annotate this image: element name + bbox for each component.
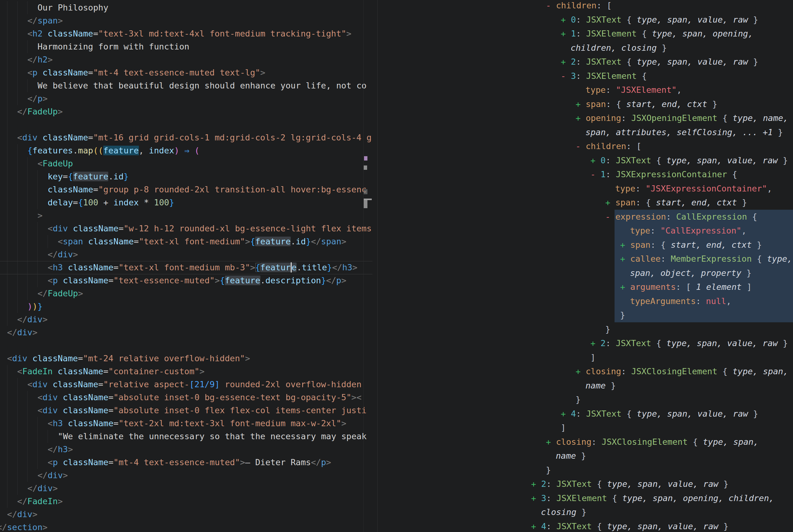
ast-row[interactable]: - expression: CallExpression { [605, 210, 757, 224]
ast-row[interactable]: + 2: JSXText { type, span, value, raw } [531, 477, 728, 491]
ast-row[interactable]: + 3: JSXElement { type, span, opening, c… [531, 491, 774, 506]
expand-icon[interactable]: + [620, 254, 630, 264]
expand-icon[interactable]: + [605, 198, 616, 207]
ast-row[interactable]: children, closing } [570, 41, 667, 55]
scrollbar-mark [364, 200, 367, 208]
ast-row[interactable]: closing } [541, 505, 586, 519]
expand-icon[interactable]: + [531, 479, 541, 489]
expand-icon[interactable]: + [561, 409, 571, 418]
expand-icon[interactable]: + [576, 99, 586, 109]
ast-row[interactable]: + span: { start, end, ctxt } [576, 97, 717, 111]
ast-row[interactable]: ] [561, 421, 566, 435]
expand-icon[interactable]: + [576, 366, 586, 376]
ast-row[interactable]: + closing: JSXClosingElement { type, spa… [576, 364, 788, 379]
ast-row[interactable]: } [620, 308, 625, 322]
ast-row[interactable]: + 2: JSXText { type, span, value, raw } [561, 55, 758, 69]
ast-row[interactable]: name } [585, 379, 616, 393]
ast-row[interactable]: + arguments: [ 1 element ] [620, 280, 752, 294]
ast-row[interactable]: type: "JSXExpressionContainer", [615, 182, 772, 196]
expand-icon[interactable]: + [531, 493, 541, 503]
expand-icon[interactable]: + [531, 521, 541, 531]
expand-icon[interactable]: + [561, 29, 571, 38]
ast-row[interactable]: - 3: JSXElement { [561, 69, 647, 83]
ast-row[interactable]: typeArguments: null, [630, 294, 731, 308]
scrollbar-mark [364, 166, 367, 170]
ast-row[interactable]: + 1: JSXElement { type, span, opening, [561, 26, 753, 41]
expand-icon[interactable]: + [576, 113, 586, 123]
expand-icon[interactable]: + [591, 338, 601, 348]
ast-row[interactable]: type: "JSXElement", [585, 83, 682, 97]
ast-row[interactable]: + 4: JSXText { type, span, value, raw } [531, 519, 728, 532]
collapse-icon[interactable]: - [546, 1, 556, 10]
collapse-icon[interactable]: - [576, 141, 586, 151]
ast-row[interactable]: } [605, 322, 610, 337]
ast-row[interactable]: + 0: JSXText { type, span, value, raw } [561, 13, 758, 27]
ast-pane[interactable]: - children: [+ 0: JSXText { type, span, … [0, 0, 793, 532]
ast-row[interactable]: + span: { start, end, ctxt } [620, 238, 762, 252]
ast-row[interactable]: + opening: JSXOpeningElement { type, nam… [576, 111, 788, 125]
ast-row[interactable]: } [546, 463, 551, 477]
expand-icon[interactable]: + [561, 57, 571, 66]
ast-row[interactable]: + 0: JSXText { type, span, value, raw } [591, 153, 788, 168]
scrollbar-track-edge[interactable] [363, 0, 364, 532]
ast-row[interactable]: - children: [ [576, 139, 641, 153]
scrollbar-mark [364, 189, 367, 194]
ast-row[interactable]: - 1: JSXExpressionContainer { [591, 167, 737, 182]
expand-icon[interactable]: + [546, 437, 556, 446]
expand-icon[interactable]: + [561, 15, 571, 24]
ast-row[interactable]: } [576, 393, 581, 407]
pane-divider[interactable] [377, 0, 378, 532]
ast-row[interactable]: type: "CallExpression", [630, 224, 747, 238]
ast-row[interactable]: + 2: JSXText { type, span, value, raw } [591, 336, 788, 350]
collapse-icon[interactable]: - [561, 71, 571, 81]
ast-row[interactable]: - children: [ [546, 0, 612, 13]
scrollbar-mark [364, 156, 367, 160]
ast-row[interactable]: + span: { start, end, ctxt } [605, 195, 747, 210]
collapse-icon[interactable]: - [591, 170, 601, 179]
ast-row[interactable]: span, object, property } [630, 266, 752, 280]
ast-row[interactable]: + callee: MemberExpression { type, [620, 252, 792, 266]
ast-row[interactable]: + 4: JSXText { type, span, value, raw } [561, 407, 758, 421]
ast-row[interactable]: ] [591, 350, 595, 365]
expand-icon[interactable]: + [620, 240, 630, 250]
expand-icon[interactable]: + [591, 156, 601, 165]
ast-row[interactable]: + closing: JSXClosingElement { type, spa… [546, 435, 759, 449]
ast-row[interactable]: span, attributes, selfClosing, ... +1 } [585, 125, 783, 139]
ast-row[interactable]: name } [556, 449, 586, 463]
expand-icon[interactable]: + [620, 282, 630, 292]
collapse-icon[interactable]: - [605, 212, 616, 222]
